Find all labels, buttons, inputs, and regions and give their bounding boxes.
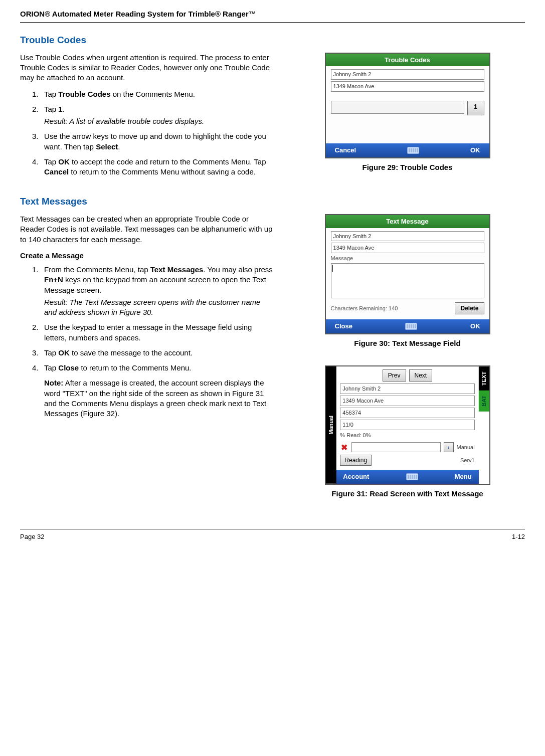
step-text: Tap 1. <box>44 105 65 113</box>
close-button[interactable]: Close <box>335 322 352 331</box>
arrow-right-button[interactable]: › <box>444 442 454 452</box>
step-text: From the Comments Menu, tap Text Message… <box>44 265 273 294</box>
menu-button[interactable]: Menu <box>455 472 472 481</box>
step-number: 4. <box>32 157 39 167</box>
bat-side-tab: BAT <box>479 391 489 412</box>
step-text: Tap OK to save the message to the accoun… <box>44 348 193 357</box>
text-messages-intro: Text Messages can be created when an app… <box>20 214 275 245</box>
one-button[interactable]: 1 <box>467 101 484 115</box>
trouble-codes-intro: Use Trouble Codes when urgent attention … <box>20 53 275 83</box>
step-number: 3. <box>32 131 39 141</box>
cancel-button[interactable]: Cancel <box>335 146 356 155</box>
step-number: 3. <box>32 348 39 358</box>
name-field: Johnny Smith 2 <box>331 69 484 80</box>
step-number: 1. <box>32 265 39 275</box>
address-field: 1349 Macon Ave <box>331 243 484 253</box>
note-block: Note: After a message is created, the ac… <box>20 378 275 419</box>
manual-side-tab: Manual <box>326 366 336 484</box>
page-footer: Page 32 1-12 <box>20 529 525 541</box>
figure-29-caption: Figure 29: Trouble Codes <box>362 162 453 172</box>
percent-read: % Read: 0% <box>340 432 474 439</box>
ok-button[interactable]: OK <box>470 146 480 155</box>
delete-button[interactable]: Delete <box>455 302 484 314</box>
create-message-heading: Create a Message <box>20 251 275 261</box>
x-icon: ✖ <box>340 442 348 453</box>
keyboard-icon[interactable] <box>406 473 418 480</box>
page-number-left: Page 32 <box>20 532 44 541</box>
step-result: Result: A list of available trouble code… <box>44 116 275 126</box>
page-header: ORION® Automated Meter Reading System fo… <box>20 9 525 23</box>
ok-button[interactable]: OK <box>470 322 480 331</box>
keyboard-icon[interactable] <box>405 323 417 330</box>
step-result: Result: The Text Message screen opens wi… <box>44 297 275 318</box>
section-title-text-messages: Text Messages <box>20 195 525 208</box>
dialog-title: Trouble Codes <box>326 54 489 67</box>
step-number: 1. <box>32 89 39 99</box>
step-number: 2. <box>32 322 39 332</box>
name-field: Johnny Smith 2 <box>340 384 474 394</box>
step-text: Tap Trouble Codes on the Comments Menu. <box>44 90 195 98</box>
page-number-right: 1-12 <box>512 532 525 541</box>
step-text: Use the keypad to enter a message in the… <box>44 323 252 341</box>
figure-31-screenshot: Manual Prev Next Johnny Smith 2 1349 Mac… <box>325 365 490 485</box>
prev-button[interactable]: Prev <box>383 369 406 382</box>
step-number: 2. <box>32 104 39 114</box>
figure-29-screenshot: Trouble Codes Johnny Smith 2 1349 Macon … <box>325 53 490 158</box>
next-button[interactable]: Next <box>409 369 433 382</box>
manual-label: Manual <box>457 444 475 451</box>
name-field: Johnny Smith 2 <box>331 231 484 242</box>
address-field: 1349 Macon Ave <box>331 81 484 92</box>
figure-30-caption: Figure 30: Text Message Field <box>354 338 460 348</box>
code-input[interactable] <box>331 101 464 114</box>
step-text: Tap OK to accept the code and return to … <box>44 157 266 176</box>
step-number: 4. <box>32 363 39 373</box>
step-text: Tap Close to return to the Comments Menu… <box>44 363 192 372</box>
reading-input[interactable] <box>351 442 440 452</box>
message-label: Message <box>331 255 484 262</box>
figure-30-screenshot: Text Message Johnny Smith 2 1349 Macon A… <box>325 214 490 334</box>
figure-31-caption: Figure 31: Read Screen with Text Message <box>331 489 483 499</box>
keyboard-icon[interactable] <box>407 147 419 154</box>
message-input[interactable] <box>331 263 484 298</box>
step-text: Use the arrow keys to move up and down t… <box>44 132 266 150</box>
dialog-title: Text Message <box>326 215 489 228</box>
text-side-tab: TEXT <box>479 366 489 391</box>
reading-button[interactable]: Reading <box>340 455 372 466</box>
account-button[interactable]: Account <box>343 472 369 481</box>
account-number-field: 456374 <box>340 408 474 418</box>
section-title-trouble-codes: Trouble Codes <box>20 34 525 47</box>
cycle-field: 11/0 <box>340 420 474 430</box>
chars-remaining: Characters Remaining: 140 <box>331 305 398 312</box>
address-field: 1349 Macon Ave <box>340 396 474 406</box>
serv-label: Serv1 <box>460 457 475 464</box>
